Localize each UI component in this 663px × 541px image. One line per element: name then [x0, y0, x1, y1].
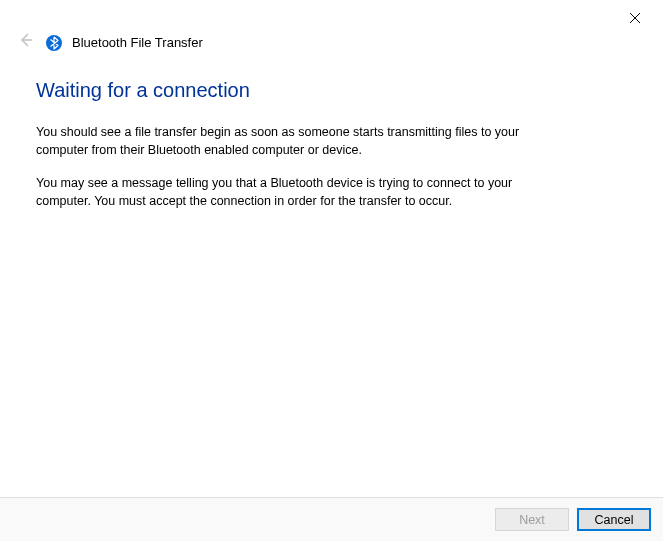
next-button: Next [495, 508, 569, 531]
body-paragraph-1: You should see a file transfer begin as … [36, 124, 556, 159]
page-heading: Waiting for a connection [36, 79, 627, 102]
footer-bar: Next Cancel [0, 497, 663, 541]
close-icon [629, 12, 641, 24]
body-paragraph-2: You may see a message telling you that a… [36, 175, 556, 210]
app-title: Bluetooth File Transfer [72, 35, 203, 50]
close-button[interactable] [615, 4, 655, 32]
cancel-button[interactable]: Cancel [577, 508, 651, 531]
content-area: Waiting for a connection You should see … [0, 61, 663, 497]
back-arrow-icon [18, 32, 34, 53]
header-bar: Bluetooth File Transfer [0, 0, 663, 61]
bluetooth-icon [46, 35, 62, 51]
